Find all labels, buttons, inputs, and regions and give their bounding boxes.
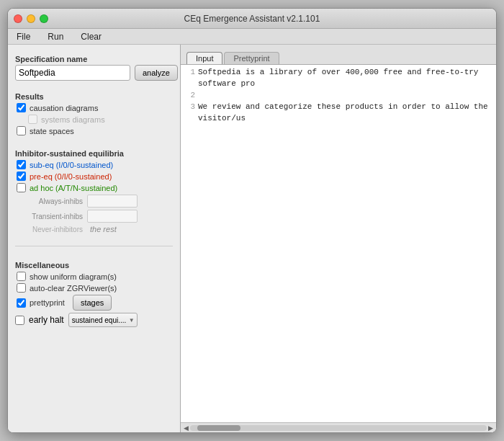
line-number-3: 3 bbox=[184, 101, 195, 124]
editor-line-3: 3 We review and categorize these product… bbox=[184, 101, 493, 124]
prettyprint-checkbox[interactable] bbox=[17, 298, 26, 308]
transient-inhibs-label: Transient-inhibs bbox=[18, 213, 83, 220]
early-halt-select[interactable]: sustained equi.... bbox=[68, 313, 138, 327]
spec-name-section: Specification name analyze bbox=[15, 52, 173, 81]
state-checkbox[interactable] bbox=[17, 126, 26, 135]
state-label: state spaces bbox=[30, 127, 74, 135]
menu-file[interactable]: File bbox=[14, 30, 33, 43]
uniform-checkbox[interactable] bbox=[17, 272, 26, 281]
traffic-lights bbox=[14, 14, 48, 23]
subeq-label: sub-eq (I/0/0-sustained) bbox=[30, 161, 113, 169]
adhoc-row: ad hoc (A/T/N-sustained) bbox=[15, 183, 173, 192]
inhibitor-section: Inhibitor-sustained equilibria sub-eq (I… bbox=[15, 146, 173, 236]
early-halt-select-wrapper: sustained equi.... bbox=[68, 313, 138, 327]
line-number-1: 1 bbox=[184, 66, 195, 89]
results-label: Results bbox=[15, 92, 173, 101]
tab-input-active[interactable]: Input bbox=[186, 52, 222, 64]
left-panel: Specification name analyze Results causa… bbox=[8, 45, 181, 432]
main-window: CEq Emergence Assistant v2.1.101 File Ru… bbox=[7, 8, 497, 433]
autoclear-checkbox[interactable] bbox=[17, 283, 26, 293]
minimize-button[interactable] bbox=[27, 14, 35, 23]
causation-label: causation diagrams bbox=[30, 104, 98, 112]
spec-name-label: Specification name bbox=[15, 55, 173, 63]
always-inhibs-input[interactable] bbox=[87, 195, 138, 208]
adhoc-label: ad hoc (A/T/N-sustained) bbox=[30, 184, 117, 192]
causation-checkbox[interactable] bbox=[17, 103, 26, 112]
adhoc-checkbox[interactable] bbox=[17, 183, 26, 192]
autoclear-row: auto-clear ZGRViewer(s) bbox=[15, 283, 173, 293]
systems-row: systems diagrams bbox=[15, 115, 173, 124]
stages-button[interactable]: stages bbox=[73, 295, 112, 311]
systems-checkbox[interactable] bbox=[28, 115, 37, 124]
preeq-label: pre-eq (0/I/0-sustained) bbox=[30, 172, 112, 181]
preeq-row: pre-eq (0/I/0-sustained) bbox=[15, 172, 173, 181]
inhibitor-label: Inhibitor-sustained equilibria bbox=[15, 149, 173, 158]
subeq-checkbox[interactable] bbox=[17, 160, 26, 169]
results-section: Results causation diagrams systems diagr… bbox=[15, 89, 173, 138]
early-halt-row: early halt sustained equi.... bbox=[15, 313, 173, 327]
uniform-row: show uniform diagram(s) bbox=[15, 272, 173, 281]
line-content-3: We review and categorize these products … bbox=[198, 101, 493, 124]
editor-line-2: 2 bbox=[184, 89, 493, 101]
spec-name-row: analyze bbox=[15, 65, 173, 81]
early-halt-label: early halt bbox=[29, 315, 64, 325]
prettyprint-label: prettyprint bbox=[30, 298, 65, 307]
tab-prettyprint[interactable]: Prettyprint bbox=[224, 52, 279, 64]
subeq-row: sub-eq (I/0/0-sustained) bbox=[15, 160, 173, 169]
line-number-2: 2 bbox=[184, 89, 195, 101]
scroll-right-arrow[interactable]: ▶ bbox=[487, 424, 495, 432]
early-halt-checkbox[interactable] bbox=[15, 316, 24, 325]
scroll-left-arrow[interactable]: ◀ bbox=[182, 424, 190, 432]
horizontal-scrollbar[interactable]: ◀ ▶ bbox=[181, 422, 496, 432]
window-title: CEq Emergence Assistant v2.1.101 bbox=[184, 14, 320, 24]
line-content-1: Softpedia is a library of over 400,000 f… bbox=[198, 66, 493, 89]
always-inhibs-row: Always-inhibs bbox=[15, 195, 173, 208]
uniform-label: show uniform diagram(s) bbox=[30, 272, 117, 281]
titlebar: CEq Emergence Assistant v2.1.101 bbox=[8, 9, 496, 29]
never-inhibitors-row: Never-inhibitors the rest bbox=[15, 225, 173, 233]
close-button[interactable] bbox=[14, 14, 22, 23]
editor-area[interactable]: 1 Softpedia is a library of over 400,000… bbox=[181, 65, 496, 422]
autoclear-label: auto-clear ZGRViewer(s) bbox=[30, 284, 117, 293]
misc-label: Miscellaneous bbox=[15, 261, 173, 270]
menu-clear[interactable]: Clear bbox=[78, 30, 104, 43]
systems-label: systems diagrams bbox=[41, 115, 105, 124]
causation-row: causation diagrams bbox=[15, 103, 173, 112]
menubar: File Run Clear bbox=[8, 29, 496, 45]
maximize-button[interactable] bbox=[40, 14, 48, 23]
menu-run[interactable]: Run bbox=[45, 30, 66, 43]
transient-inhibs-input[interactable] bbox=[87, 210, 138, 223]
state-row: state spaces bbox=[15, 126, 173, 135]
tab-bar: Input Input Prettyprint bbox=[181, 45, 496, 65]
spec-name-input[interactable] bbox=[15, 65, 130, 81]
analyze-button[interactable]: analyze bbox=[135, 65, 178, 81]
prettyprint-row: prettyprint stages bbox=[15, 295, 173, 311]
never-inhibitors-label: Never-inhibitors bbox=[18, 226, 83, 233]
divider bbox=[15, 246, 173, 246]
always-inhibs-label: Always-inhibs bbox=[18, 197, 83, 205]
content-area: Specification name analyze Results causa… bbox=[8, 45, 496, 432]
editor-line-1: 1 Softpedia is a library of over 400,000… bbox=[184, 66, 493, 89]
scroll-track[interactable] bbox=[190, 425, 487, 431]
never-inhibitors-value: the rest bbox=[87, 225, 120, 233]
preeq-checkbox[interactable] bbox=[17, 172, 26, 181]
misc-section: Miscellaneous show uniform diagram(s) au… bbox=[15, 258, 173, 329]
scroll-thumb[interactable] bbox=[197, 425, 240, 431]
transient-inhibs-row: Transient-inhibs bbox=[15, 210, 173, 223]
right-panel: Input Input Prettyprint 1 Softpedia is a… bbox=[181, 45, 496, 432]
